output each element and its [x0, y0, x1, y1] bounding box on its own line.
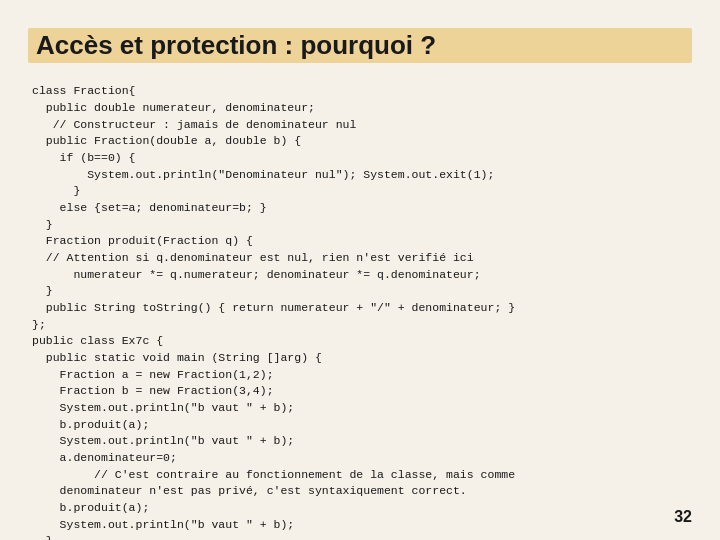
code-block: class Fraction{ public double numerateur…	[32, 83, 688, 540]
title-container: Accès et protection : pourquoi ?	[32, 28, 688, 63]
slide: Accès et protection : pourquoi ? class F…	[0, 0, 720, 540]
page-number: 32	[674, 508, 692, 526]
slide-title: Accès et protection : pourquoi ?	[32, 28, 688, 63]
